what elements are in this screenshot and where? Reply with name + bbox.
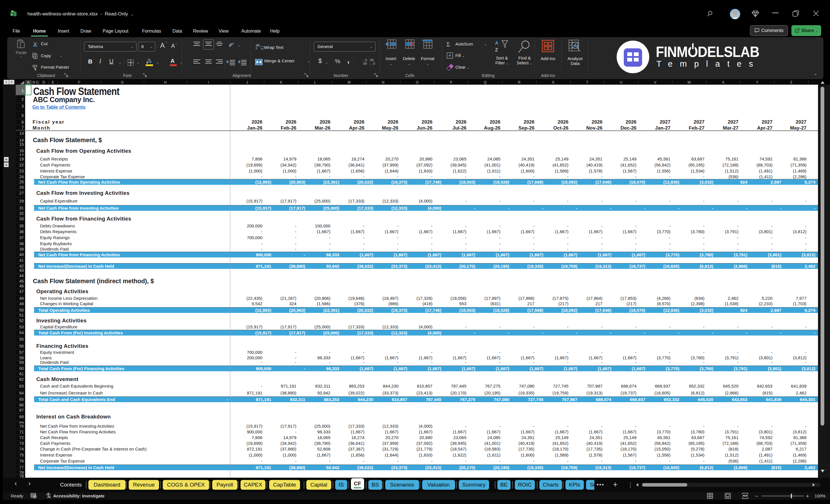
svg-text:x: x bbox=[11, 12, 13, 16]
